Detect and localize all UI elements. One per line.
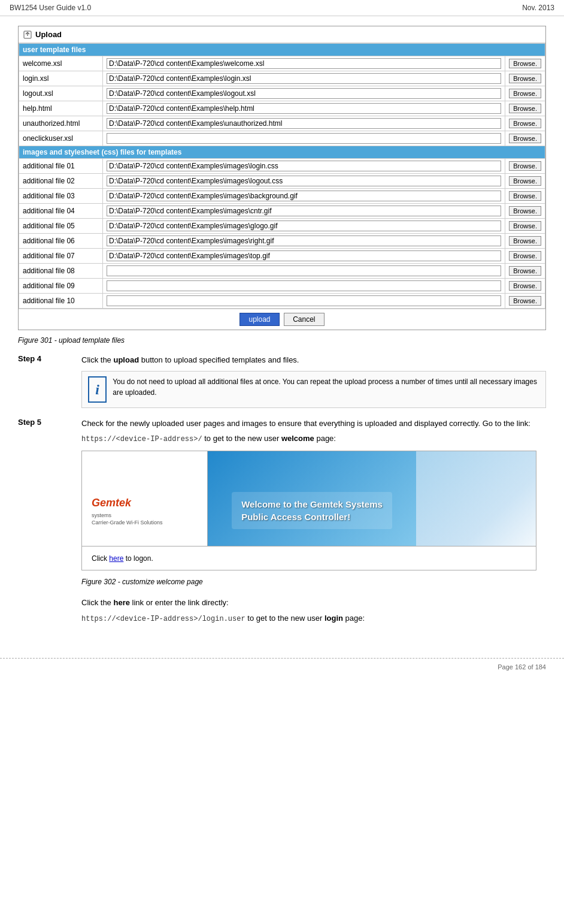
table-row: welcome.xslBrowse. — [19, 56, 545, 71]
file-path-input[interactable] — [107, 118, 501, 129]
file-path-input[interactable] — [107, 280, 501, 291]
file-path-input[interactable] — [107, 73, 501, 84]
figure-301-caption: Figure 301 - upload template files — [18, 336, 546, 345]
file-path-input[interactable] — [107, 161, 501, 171]
browse-cell: Browse. — [505, 219, 545, 234]
file-path-input[interactable] — [107, 221, 501, 231]
table-row: help.htmlBrowse. — [19, 101, 545, 116]
browse-button[interactable]: Browse. — [509, 206, 541, 216]
welcome-headline: Welcome to the Gemtek SystemsPublic Acce… — [241, 498, 383, 523]
browse-button[interactable]: Browse. — [509, 74, 541, 83]
browse-button[interactable]: Browse. — [509, 251, 541, 261]
step4-text: Click the upload button to upload specif… — [81, 354, 546, 366]
file-label: help.html — [19, 101, 103, 116]
browse-cell: Browse. — [505, 131, 545, 146]
file-path-cell — [103, 219, 505, 234]
upload-button[interactable]: upload — [239, 313, 279, 326]
cancel-button[interactable]: Cancel — [284, 313, 324, 326]
page-footer: Page 162 of 184 — [0, 658, 564, 675]
file-label: additional file 06 — [19, 234, 103, 249]
file-path-cell — [103, 159, 505, 174]
step5-code: https://<device-IP-address>/ to get to t… — [81, 433, 546, 445]
file-path-cell — [103, 204, 505, 219]
table-row: additional file 04Browse. — [19, 204, 545, 219]
browse-button[interactable]: Browse. — [509, 281, 541, 291]
browse-cell: Browse. — [505, 159, 545, 174]
table-row: additional file 05Browse. — [19, 219, 545, 234]
section-header: images and stylesheet (css) files for te… — [19, 146, 545, 159]
file-path-input[interactable] — [107, 206, 501, 216]
upload-panel-title: Upload — [35, 30, 62, 39]
table-row: additional file 07Browse. — [19, 249, 545, 264]
file-path-input[interactable] — [107, 235, 501, 246]
gemtek-logo-sub: systemsCarrier-Grade Wi-Fi Solutions — [92, 512, 198, 526]
file-path-cell — [103, 56, 505, 71]
table-row: additional file 01Browse. — [19, 159, 545, 174]
file-path-cell — [103, 234, 505, 249]
page-number: Page 162 of 184 — [498, 663, 546, 671]
table-row: additional file 08Browse. — [19, 264, 545, 279]
click-here-text: Click the here link or enter the link di… — [81, 597, 546, 609]
browse-button[interactable]: Browse. — [509, 161, 541, 171]
file-path-input[interactable] — [107, 250, 501, 261]
browse-cell: Browse. — [505, 249, 545, 264]
browse-button[interactable]: Browse. — [509, 296, 541, 306]
browse-cell: Browse. — [505, 189, 545, 204]
file-path-cell — [103, 294, 505, 309]
browse-button[interactable]: Browse. — [509, 236, 541, 246]
file-path-input[interactable] — [107, 58, 501, 69]
step5-text: Check for the newly uploaded user pages … — [81, 418, 546, 430]
login-code-line: https://<device-IP-address>/login.user t… — [81, 612, 546, 624]
browse-cell: Browse. — [505, 234, 545, 249]
file-label: additional file 03 — [19, 189, 103, 204]
upload-panel: Upload user template fileswelcome.xslBro… — [18, 26, 546, 330]
file-path-cell — [103, 71, 505, 86]
welcome-screenshot: Gemtek systemsCarrier-Grade Wi-Fi Soluti… — [81, 451, 536, 570]
browse-button[interactable]: Browse. — [509, 89, 541, 98]
doc-title: BW1254 User Guide v1.0 — [10, 4, 91, 12]
table-row: login.xslBrowse. — [19, 71, 545, 86]
file-label: logout.xsl — [19, 86, 103, 101]
file-path-input[interactable] — [107, 103, 501, 114]
browse-button[interactable]: Browse. — [509, 191, 541, 201]
file-label: additional file 07 — [19, 249, 103, 264]
file-label: additional file 01 — [19, 159, 103, 174]
file-path-input[interactable] — [107, 295, 501, 306]
browse-cell: Browse. — [505, 101, 545, 116]
browse-button[interactable]: Browse. — [509, 119, 541, 128]
browse-button[interactable]: Browse. — [509, 266, 541, 276]
browse-cell: Browse. — [505, 264, 545, 279]
table-row: additional file 06Browse. — [19, 234, 545, 249]
note-box: i You do not need to upload all addition… — [81, 371, 546, 408]
section-header: user template files — [19, 44, 545, 56]
info-icon: i — [88, 376, 107, 403]
step4-section: Step 4 Click the upload button to upload… — [18, 354, 546, 408]
file-label: additional file 10 — [19, 294, 103, 309]
upload-icon — [23, 31, 32, 39]
file-label: welcome.xsl — [19, 56, 103, 71]
button-row: upload Cancel — [19, 309, 545, 330]
browse-button[interactable]: Browse. — [509, 59, 541, 68]
file-path-input[interactable] — [107, 133, 501, 144]
file-label: additional file 09 — [19, 279, 103, 294]
browse-button[interactable]: Browse. — [509, 134, 541, 143]
file-label: unauthorized.html — [19, 116, 103, 131]
browse-button[interactable]: Browse. — [509, 221, 541, 231]
page-header: BW1254 User Guide v1.0 Nov. 2013 — [0, 0, 564, 16]
browse-cell: Browse. — [505, 116, 545, 131]
file-path-input[interactable] — [107, 265, 501, 276]
browse-button[interactable]: Browse. — [509, 176, 541, 186]
figure-302-caption: Figure 302 - customize welcome page — [81, 576, 546, 587]
file-path-cell — [103, 131, 505, 146]
file-path-input[interactable] — [107, 176, 501, 186]
file-path-input[interactable] — [107, 191, 501, 201]
file-path-input[interactable] — [107, 88, 501, 99]
file-label: oneclickuser.xsl — [19, 131, 103, 146]
table-row: oneclickuser.xslBrowse. — [19, 131, 545, 146]
welcome-bottom-bar: Click here to logon. — [82, 546, 536, 570]
browse-button[interactable]: Browse. — [509, 104, 541, 113]
browse-cell: Browse. — [505, 204, 545, 219]
welcome-here-link[interactable]: here — [109, 554, 123, 563]
file-path-cell — [103, 189, 505, 204]
step5-section: Step 5 Check for the newly uploaded user… — [18, 418, 546, 624]
